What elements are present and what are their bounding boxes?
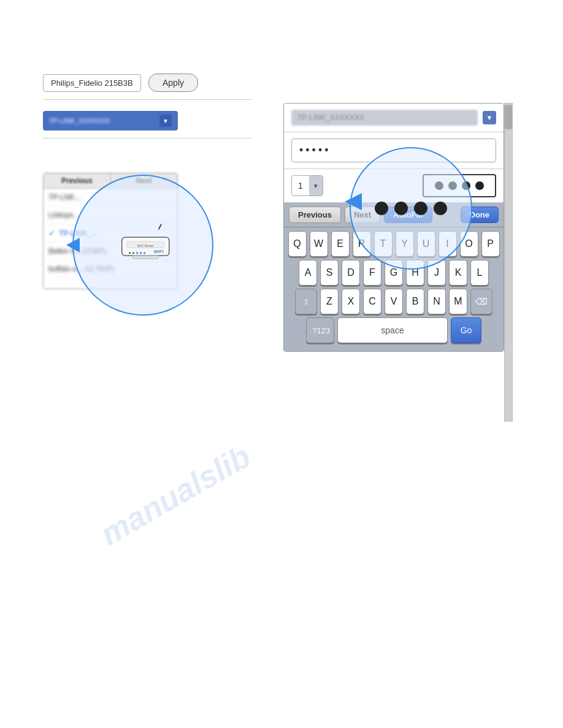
svg-point-6 [136,252,138,254]
key-d[interactable]: D [342,260,360,286]
key-w[interactable]: W [310,231,328,257]
router-illustration: WiFi Router WiFi [106,221,180,270]
kb-previous-button[interactable]: Previous [289,207,341,223]
circle-tail-right [345,193,362,210]
dot-4 [475,181,484,190]
svg-text:WiFi: WiFi [154,249,164,254]
symbols-key[interactable]: .?123 [306,317,334,343]
delete-key[interactable]: ⌫ [470,289,492,314]
key-m[interactable]: M [449,289,467,314]
network-dropdown[interactable]: TP-LINK_XXXXXXX ▼ [43,111,178,131]
key-a[interactable]: A [299,260,317,286]
circle-dot-3 [414,202,427,215]
circle-dot-2 [394,202,408,215]
key-q[interactable]: Q [288,231,307,257]
highlight-circle-left: WiFi Router WiFi [72,175,213,316]
scrollbar-thumb[interactable] [505,105,512,129]
space-key[interactable]: space [337,317,448,343]
stepper-value: 1 [292,181,309,191]
key-b[interactable]: B [406,289,424,314]
phone-network-dropdown[interactable]: TP-LINK_XXXXXXX [291,110,478,126]
phone-dropdown-arrow-icon[interactable]: ▼ [483,111,496,124]
svg-rect-10 [132,256,159,259]
apply-button[interactable]: Apply [148,74,198,92]
stepper-arrow-icon[interactable]: ▼ [309,176,323,195]
highlight-circle-right [350,147,472,270]
phone-dropdown-label: TP-LINK_XXXXXXX [297,113,364,122]
go-key[interactable]: Go [451,317,481,343]
key-e[interactable]: E [331,231,350,257]
top-bar: Philips_Fidelio 215B3B Apply [43,74,251,100]
number-stepper[interactable]: 1 ▼ [291,175,323,196]
svg-point-5 [132,252,134,254]
password-dots-circle [375,202,447,215]
keyboard-row-3: ⇧ Z X C V B N M ⌫ [286,289,501,314]
key-v[interactable]: V [385,289,403,314]
shift-key[interactable]: ⇧ [295,289,317,314]
svg-point-4 [129,252,131,254]
device-name: Philips_Fidelio 215B3B [43,74,141,92]
key-x[interactable]: X [342,289,360,314]
network-dropdown-label: TP-LINK_XXXXXXX [49,117,110,124]
key-l[interactable]: L [470,260,489,286]
svg-line-0 [159,224,161,230]
svg-point-7 [140,252,142,254]
phone-network-row: TP-LINK_XXXXXXX ▼ [284,104,504,132]
key-c[interactable]: C [363,289,381,314]
key-f[interactable]: F [363,260,381,286]
dropdown-arrow-icon[interactable]: ▼ [159,115,172,127]
key-k[interactable]: K [449,260,467,286]
network-dropdown-row: TP-LINK_XXXXXXX ▼ [43,111,251,138]
key-s[interactable]: S [320,260,339,286]
scrollbar[interactable] [504,103,513,422]
key-n[interactable]: N [427,289,446,314]
circle-dot-1 [375,202,388,215]
svg-text:WiFi Router: WiFi Router [137,244,154,248]
keyboard-row-4: .?123 space Go [286,317,501,343]
circle-tail-left [66,238,80,252]
check-icon: ✓ [48,229,55,238]
watermark: manualslib [94,438,256,553]
key-z[interactable]: Z [320,289,339,314]
svg-point-8 [144,252,145,254]
circle-dot-4 [434,202,447,215]
key-p[interactable]: P [481,231,500,257]
